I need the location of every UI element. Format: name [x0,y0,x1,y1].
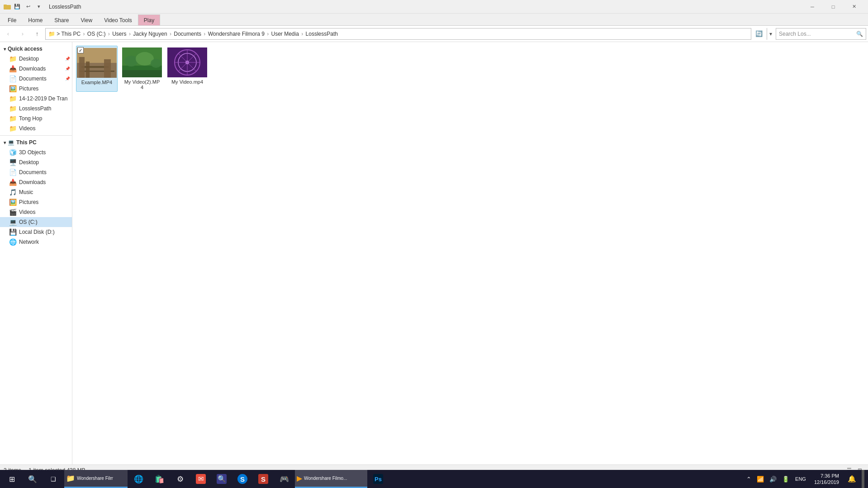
bc-lossless[interactable]: LosslessPath [306,31,338,37]
sidebar-item-documents[interactable]: 📄 Documents 📌 [0,74,72,84]
settings-icon: ⚙ [177,474,184,484]
sidebar-item-label: Desktop [19,56,39,62]
slidshow-icon: S [258,474,268,484]
taskbar-app-skype[interactable]: S [232,470,252,488]
search-button[interactable]: 🔍 [23,470,43,488]
folder-icon: 📁 [9,115,17,122]
taskbar-app-label-text: Wondershare Filmo... [77,476,113,481]
locald-icon: 💾 [9,228,17,236]
tab-play[interactable]: Play [138,14,160,25]
taskbar-app-chrome[interactable]: 🌐 [128,470,148,488]
minimize-button[interactable]: ─ [802,0,823,14]
forward-button[interactable]: › [16,28,29,40]
bc-docs[interactable]: Documents [174,31,201,37]
quick-access-header[interactable]: ▾ Quick access [0,44,72,54]
sidebar-item-downloads-pc[interactable]: 📥 Downloads [0,177,72,187]
sidebar-item-label: LosslessPath [19,105,51,112]
bc-thispc[interactable]: 📁 > This PC [48,31,81,37]
clock-date: 12/16/2019 [814,479,839,485]
sidebar-item-desktop-pc[interactable]: 🖥️ Desktop [0,157,72,167]
taskbar-app-settings[interactable]: ⚙ [170,470,190,488]
file-thumbnail [167,47,207,77]
skype-icon: S [237,474,247,484]
sidebar-item-label: Tong Hop [19,115,42,122]
search-box[interactable]: Search Los... 🔍 [776,28,866,40]
sidebar-item-label: Downloads [19,179,46,185]
tab-video-tools[interactable]: Video Tools [98,14,138,25]
task-view-button[interactable]: ❑ [43,470,63,488]
taskbar-clock[interactable]: 7:36 PM 12/16/2019 [811,473,843,486]
sidebar-item-desktop[interactable]: 📁 Desktop 📌 [0,54,72,64]
bc-osc[interactable]: OS (C:) [87,31,106,37]
tab-file[interactable]: File [2,14,22,25]
tray-chevron[interactable]: ⌃ [745,476,753,483]
tray-lang[interactable]: ENG [793,476,808,482]
sidebar-item-documents-pc[interactable]: 📄 Documents [0,167,72,177]
sidebar-item-pictures-pc[interactable]: 🖼️ Pictures [0,197,72,207]
main-layout: ▾ Quick access 📁 Desktop 📌 📥 Downloads 📌… [0,42,868,465]
file-item-example[interactable]: ✓ Example.MP4 [76,46,118,92]
bc-users[interactable]: Users [112,31,126,37]
taskbar-app-store[interactable]: 🛍️ [149,470,169,488]
show-desktop-button[interactable] [862,470,864,488]
qat-save[interactable]: 💾 [13,2,22,11]
tray-wifi[interactable]: 📶 [755,476,765,483]
tab-home[interactable]: Home [22,14,48,25]
quick-access-label: Quick access [8,46,43,52]
file-name: Example.MP4 [81,80,112,85]
sidebar-item-label: Documents [19,169,47,175]
tray-volume[interactable]: 🔊 [768,476,778,483]
bc-filmora[interactable]: Wondershare Filmora 9 [208,31,265,37]
sidebar-item-videos-pc[interactable]: 🎬 Videos [0,207,72,217]
taskbar-app-mail[interactable]: ✉ [191,470,211,488]
address-bar[interactable]: 📁 > This PC › OS (C:) › Users › Jacky Ng… [45,28,751,40]
sidebar-item-network[interactable]: 🌐 Network [0,237,72,247]
taskbar-app-slidshow[interactable]: S [253,470,273,488]
refresh-button[interactable]: 🔄 [753,28,765,40]
pictures-icon: 🖼️ [9,85,17,92]
file-item-myvideo[interactable]: My Video.mp4 [166,46,208,92]
tab-view[interactable]: View [75,14,98,25]
taskbar-app-game[interactable]: 🎮 [274,470,294,488]
close-button[interactable]: ✕ [844,0,864,14]
qat-undo[interactable]: ↩ [24,2,33,11]
qat-dropdown[interactable]: ▾ [34,2,43,11]
sidebar-item-videos-qa[interactable]: 📁 Videos [0,123,72,133]
svg-rect-8 [104,59,111,78]
sidebar-item-music[interactable]: 🎵 Music [0,187,72,197]
sidebar-item-downloads[interactable]: 📥 Downloads 📌 [0,64,72,74]
sidebar-item-losslesspath[interactable]: 📁 LosslessPath [0,104,72,114]
up-button[interactable]: ↑ [31,28,43,40]
this-pc-header[interactable]: ▾ 💻 This PC [0,137,72,147]
start-button[interactable]: ⊞ [2,470,22,488]
svg-rect-1 [4,5,7,6]
tab-share[interactable]: Share [48,14,75,25]
back-button[interactable]: ‹ [2,28,14,40]
notification-button[interactable]: 🔔 [845,473,858,485]
bc-usermedia[interactable]: User Media [271,31,299,37]
downloads-pc-icon: 📥 [9,179,17,186]
taskbar-app-losslesspath[interactable]: 📁 Wondershare Filmo... [64,470,128,488]
sidebar-item-3dobjects[interactable]: 🧊 3D Objects [0,147,72,157]
sidebar-item-pictures[interactable]: 🖼️ Pictures [0,84,72,94]
music-icon: 🎵 [9,189,17,196]
content-area: ✓ Example.MP4 [72,42,868,465]
sidebar-item-tonghop[interactable]: 📁 Tong Hop [0,114,72,123]
breadcrumb: 📁 > This PC › OS (C:) › Users › Jacky Ng… [48,31,338,37]
taskbar-app-filmora[interactable]: ▶ Wondershare Filmo... [295,470,367,488]
tray-battery[interactable]: 🔋 [781,476,791,483]
sidebar: ▾ Quick access 📁 Desktop 📌 📥 Downloads 📌… [0,42,72,465]
taskbar-app-5[interactable]: 🔍 [212,470,232,488]
sidebar-item-label: Network [19,239,39,245]
file-item-myvideo2[interactable]: My Video(2).MP4 [121,46,163,92]
maximize-button[interactable]: □ [823,0,844,14]
bc-jacky[interactable]: Jacky Nguyen [133,31,167,37]
sidebar-item-14dec[interactable]: 📁 14-12-2019 De Tran [0,94,72,104]
sidebar-item-osc[interactable]: 💻 OS (C:) [0,217,72,227]
pictures-pc-icon: 🖼️ [9,199,17,206]
sidebar-item-locald[interactable]: 💾 Local Disk (D:) [0,227,72,237]
sidebar-item-label: Videos [19,125,35,132]
taskbar-app-photoshop[interactable]: Ps [368,470,388,488]
file-checkbox[interactable]: ✓ [77,47,84,53]
address-dropdown[interactable]: ▾ [767,28,774,40]
